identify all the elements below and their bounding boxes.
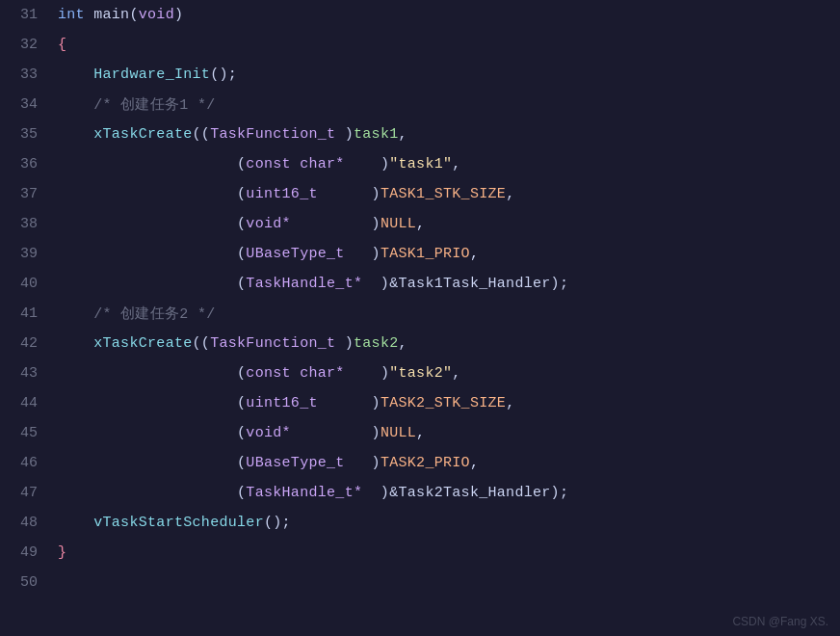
- token: task2: [354, 335, 399, 352]
- token: Hardware_Init: [93, 66, 210, 83]
- token: );: [551, 276, 569, 292]
- token: ,: [506, 186, 514, 202]
- token: vTaskStartScheduler: [93, 515, 264, 531]
- token: [58, 66, 93, 83]
- token: ,: [452, 365, 460, 382]
- code-line: 38 (void* )NULL,: [0, 209, 840, 239]
- token: [58, 306, 93, 323]
- line-number: 40: [0, 276, 53, 292]
- token: const char*: [246, 365, 344, 382]
- token: [85, 7, 93, 23]
- token: [58, 276, 237, 292]
- token: ): [335, 126, 354, 143]
- line-content: int main(void): [53, 7, 840, 23]
- token: main: [93, 7, 129, 23]
- code-line: 44 (uint16_t )TASK2_STK_SIZE,: [0, 388, 840, 418]
- token: [58, 216, 237, 232]
- token: TASK2_PRIO: [381, 455, 470, 471]
- token: ,: [399, 126, 407, 143]
- token: )&: [362, 276, 398, 292]
- line-number: 44: [0, 395, 53, 411]
- token: ): [291, 425, 381, 441]
- token: ,: [416, 425, 425, 441]
- line-number: 31: [0, 7, 53, 23]
- token: void: [139, 7, 174, 23]
- token: Task2Task_Handler: [398, 485, 550, 501]
- code-line: 35 xTaskCreate((TaskFunction_t )task1,: [0, 119, 840, 149]
- line-content: (UBaseType_t )TASK1_PRIO,: [53, 246, 840, 262]
- line-content: Hardware_Init();: [53, 66, 840, 83]
- token: [58, 246, 237, 262]
- token: TASK1_STK_SIZE: [381, 186, 506, 202]
- code-line: 45 (void* )NULL,: [0, 418, 840, 448]
- token: xTaskCreate: [93, 126, 192, 143]
- token: ,: [506, 395, 514, 411]
- line-content: /* 创建任务2 */: [53, 305, 840, 323]
- token: void*: [246, 216, 291, 232]
- line-number: 50: [0, 574, 53, 591]
- token: ): [345, 455, 381, 471]
- line-number: 39: [0, 246, 53, 262]
- token: UBaseType_t: [246, 455, 344, 471]
- token: "task2": [389, 365, 452, 382]
- token: uint16_t: [246, 395, 317, 411]
- line-number: 38: [0, 216, 53, 232]
- code-line: 34 /* 创建任务1 */: [0, 90, 840, 119]
- line-number: 35: [0, 126, 53, 143]
- token: [58, 485, 237, 501]
- token: /* 创建任务1 */: [93, 97, 215, 114]
- token: )&: [362, 485, 398, 501]
- token: ,: [416, 216, 425, 232]
- token: {: [58, 37, 66, 53]
- code-line: 49}: [0, 538, 840, 568]
- line-number: 49: [0, 544, 53, 561]
- code-line: 39 (UBaseType_t )TASK1_PRIO,: [0, 239, 840, 269]
- token: ): [345, 156, 390, 172]
- line-number: 48: [0, 515, 53, 531]
- line-content: (const char* )"task2",: [53, 365, 840, 382]
- line-content: /* 创建任务1 */: [53, 95, 840, 114]
- code-line: 46 (UBaseType_t )TASK2_PRIO,: [0, 448, 840, 478]
- token: (: [237, 216, 246, 232]
- token: const char*: [246, 156, 344, 172]
- code-line: 42 xTaskCreate((TaskFunction_t )task2,: [0, 329, 840, 358]
- token: TASK1_PRIO: [381, 246, 470, 262]
- line-number: 42: [0, 335, 53, 352]
- line-number: 36: [0, 156, 53, 172]
- line-content: (void* )NULL,: [53, 216, 840, 232]
- line-content: xTaskCreate((TaskFunction_t )task2,: [53, 335, 840, 352]
- token: ((: [193, 126, 211, 143]
- token: NULL: [381, 216, 416, 232]
- token: (: [237, 276, 246, 292]
- line-number: 41: [0, 305, 53, 322]
- token: ();: [210, 66, 237, 83]
- line-content: (UBaseType_t )TASK2_PRIO,: [53, 455, 840, 471]
- token: int: [58, 7, 85, 23]
- line-content: xTaskCreate((TaskFunction_t )task1,: [53, 126, 840, 143]
- code-line: 40 (TaskHandle_t* )&Task1Task_Handler);: [0, 269, 840, 299]
- line-content: (TaskHandle_t* )&Task1Task_Handler);: [53, 276, 840, 292]
- token: }: [58, 544, 66, 561]
- token: ): [318, 186, 381, 202]
- code-editor: 31int main(void)32{33 Hardware_Init();34…: [0, 0, 840, 636]
- token: TaskFunction_t: [210, 126, 335, 143]
- token: ();: [264, 515, 291, 531]
- token: UBaseType_t: [246, 246, 344, 262]
- token: TaskHandle_t*: [246, 485, 362, 501]
- code-line: 33 Hardware_Init();: [0, 60, 840, 90]
- token: ): [291, 216, 381, 232]
- token: (: [237, 186, 246, 202]
- code-line: 31int main(void): [0, 0, 840, 30]
- token: [58, 335, 93, 352]
- token: void*: [246, 425, 291, 441]
- code-line: 48 vTaskStartScheduler();: [0, 508, 840, 538]
- token: ): [174, 7, 183, 23]
- line-number: 47: [0, 485, 53, 501]
- token: xTaskCreate: [93, 335, 192, 352]
- token: (: [237, 455, 246, 471]
- line-content: (void* )NULL,: [53, 425, 840, 441]
- token: (: [237, 156, 246, 172]
- line-number: 45: [0, 425, 53, 441]
- token: TaskFunction_t: [210, 335, 335, 352]
- line-content: {: [53, 37, 840, 53]
